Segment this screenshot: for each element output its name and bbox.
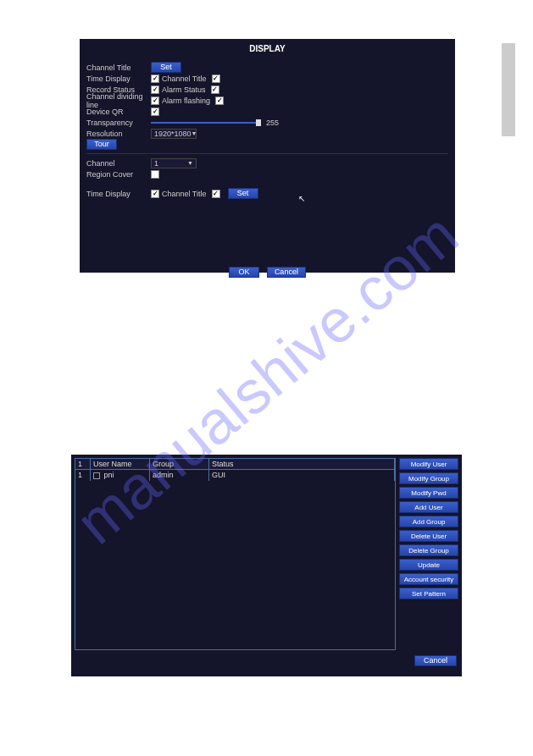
account-security-button[interactable]: Account security: [399, 573, 458, 585]
time-display-label-2: Time Display: [86, 190, 151, 198]
cursor-icon: ↖: [298, 194, 305, 203]
alarm-status-checkbox[interactable]: [211, 86, 219, 94]
display-panel: DISPLAY Channel Title Set Time Display C…: [80, 39, 455, 273]
table-row[interactable]: 1 pni admin GUI: [75, 470, 395, 481]
resolution-label: Resolution: [86, 130, 151, 138]
divider: [86, 153, 448, 154]
action-buttons: Modify User Modify Group Modify Pwd Add …: [399, 458, 458, 650]
header-group: Group: [150, 459, 209, 469]
header-username: User Name: [91, 459, 150, 469]
delete-user-button[interactable]: Delete User: [399, 530, 458, 542]
alarm-flashing-sublabel: Alarm flashing: [162, 97, 210, 105]
channel-title-sublabel: Channel Title: [162, 74, 207, 83]
row-group: admin: [150, 470, 209, 481]
decorative-bar: [502, 43, 515, 136]
channel-select[interactable]: 1 ▼: [151, 158, 197, 168]
modify-user-button[interactable]: Modify User: [399, 458, 458, 470]
time-display-checkbox[interactable]: [151, 74, 159, 83]
channel-label: Channel: [86, 159, 151, 168]
account-panel: 1 User Name Group Status 1 pni admin GUI…: [71, 455, 462, 676]
chevron-down-icon: ▼: [192, 130, 197, 136]
row-checkbox[interactable]: [93, 472, 100, 479]
modify-group-button[interactable]: Modify Group: [399, 472, 458, 484]
channel-title-label: Channel Title: [86, 63, 151, 72]
row-status: GUI: [209, 470, 395, 481]
set-pattern-button[interactable]: Set Pattern: [399, 588, 458, 599]
device-qr-checkbox[interactable]: [151, 108, 159, 116]
alarm-flashing-checkbox[interactable]: [215, 97, 224, 105]
row-user: pni: [91, 470, 150, 481]
region-cover-checkbox[interactable]: [151, 170, 159, 179]
table-header: 1 User Name Group Status: [75, 459, 395, 470]
slider-thumb[interactable]: [256, 119, 261, 126]
add-user-button[interactable]: Add User: [399, 501, 458, 513]
display-title: DISPLAY: [86, 44, 448, 53]
device-qr-label: Device QR: [86, 108, 151, 116]
channel-title-sublabel-2: Channel Title: [162, 190, 207, 198]
add-group-button[interactable]: Add Group: [399, 516, 458, 527]
header-status: Status: [209, 459, 395, 469]
account-cancel-button[interactable]: Cancel: [414, 655, 457, 666]
set-button-2[interactable]: Set: [228, 188, 258, 199]
transparency-slider[interactable]: [151, 122, 261, 124]
cancel-button[interactable]: Cancel: [267, 267, 306, 278]
update-button[interactable]: Update: [399, 559, 458, 571]
resolution-select[interactable]: 1920*1080 ▼: [151, 129, 197, 139]
channel-title-checkbox-2[interactable]: [212, 190, 220, 198]
modify-pwd-button[interactable]: Modify Pwd: [399, 487, 458, 499]
time-display-checkbox-2[interactable]: [151, 190, 159, 198]
set-button-1[interactable]: Set: [151, 62, 181, 73]
time-display-label: Time Display: [86, 74, 151, 83]
channel-dividing-label: Channel dividing line: [86, 92, 151, 109]
transparency-label: Transparency: [86, 119, 151, 127]
transparency-value: 255: [266, 119, 279, 127]
header-num: 1: [75, 459, 91, 469]
user-table: 1 User Name Group Status 1 pni admin GUI…: [75, 458, 396, 650]
row-num: 1: [75, 470, 91, 481]
delete-group-button[interactable]: Delete Group: [399, 544, 458, 556]
region-cover-label: Region Cover: [86, 170, 151, 179]
ok-button[interactable]: OK: [229, 267, 259, 278]
channel-dividing-checkbox[interactable]: [151, 97, 159, 105]
channel-title-checkbox[interactable]: [212, 74, 220, 83]
alarm-status-sublabel: Alarm Status: [162, 86, 206, 94]
tour-button[interactable]: Tour: [86, 139, 117, 150]
chevron-down-icon: ▼: [187, 160, 193, 166]
record-status-checkbox[interactable]: [151, 86, 159, 94]
